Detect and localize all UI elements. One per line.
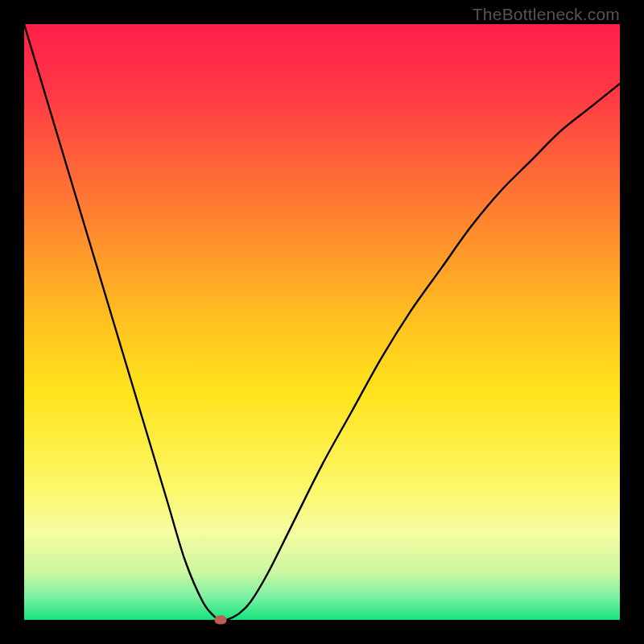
chart-frame: TheBottleneck.com	[0, 0, 644, 644]
watermark-text: TheBottleneck.com	[473, 5, 620, 24]
bottleneck-curve	[24, 24, 620, 620]
optimal-point-marker	[215, 616, 227, 625]
plot-area	[24, 24, 620, 620]
